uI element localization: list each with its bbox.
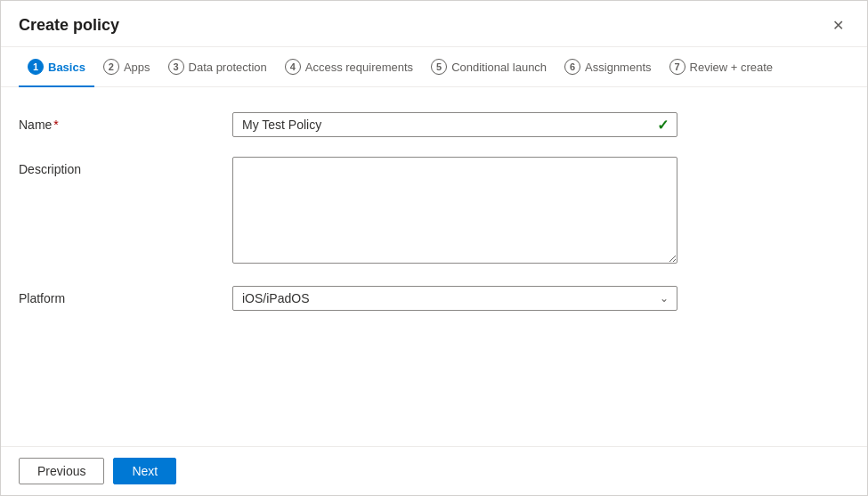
tab-label-conditional-launch: Conditional launch [451, 61, 547, 74]
platform-select-wrapper: iOS/iPadOS Android Windows ⌄ [232, 286, 677, 311]
tab-num-6: 6 [564, 59, 580, 75]
description-label: Description [19, 157, 232, 176]
platform-select[interactable]: iOS/iPadOS Android Windows [232, 286, 677, 311]
description-row: Description [19, 157, 849, 266]
form-area: Name* ✓ Description Platform iOS/i [1, 87, 867, 446]
name-input-wrapper: ✓ [232, 112, 677, 137]
description-input[interactable] [232, 157, 677, 264]
name-required-star: * [53, 118, 58, 132]
tab-label-assignments: Assignments [585, 61, 651, 74]
close-button[interactable]: ✕ [827, 13, 849, 37]
next-button[interactable]: Next [113, 458, 176, 484]
platform-label: Platform [19, 286, 232, 305]
name-input[interactable] [232, 112, 677, 137]
tab-num-1: 1 [28, 59, 44, 75]
tab-basics[interactable]: 1 Basics [19, 48, 94, 87]
tab-label-basics: Basics [48, 61, 85, 74]
name-check-icon: ✓ [657, 117, 669, 134]
platform-control: iOS/iPadOS Android Windows ⌄ [232, 286, 677, 311]
tab-label-data-protection: Data protection [189, 61, 267, 74]
dialog-header: Create policy ✕ [1, 1, 867, 47]
tab-review-create[interactable]: 7 Review + create [661, 48, 783, 87]
name-label: Name* [19, 112, 232, 132]
name-control: ✓ [232, 112, 677, 137]
tab-num-4: 4 [285, 59, 301, 75]
tab-conditional-launch[interactable]: 5 Conditional launch [422, 48, 556, 87]
tab-label-apps: Apps [124, 61, 150, 74]
dialog-title: Create policy [19, 16, 119, 35]
tab-num-2: 2 [103, 59, 119, 75]
tab-assignments[interactable]: 6 Assignments [556, 48, 660, 87]
dialog-footer: Previous Next [1, 446, 867, 495]
name-row: Name* ✓ [19, 112, 849, 137]
wizard-tabs: 1 Basics 2 Apps 3 Data protection 4 Acce… [1, 47, 867, 87]
tab-apps[interactable]: 2 Apps [94, 48, 159, 87]
platform-row: Platform iOS/iPadOS Android Windows ⌄ [19, 286, 849, 311]
create-policy-dialog: Create policy ✕ 1 Basics 2 Apps 3 Data p… [0, 0, 868, 496]
tab-num-3: 3 [168, 59, 184, 75]
tab-access-requirements[interactable]: 4 Access requirements [276, 48, 422, 87]
tab-num-5: 5 [431, 59, 447, 75]
description-control [232, 157, 677, 266]
tab-label-review-create: Review + create [690, 61, 774, 74]
previous-button[interactable]: Previous [19, 458, 104, 484]
tab-num-7: 7 [669, 59, 685, 75]
tab-data-protection[interactable]: 3 Data protection [159, 48, 276, 87]
tab-label-access-requirements: Access requirements [305, 61, 413, 74]
